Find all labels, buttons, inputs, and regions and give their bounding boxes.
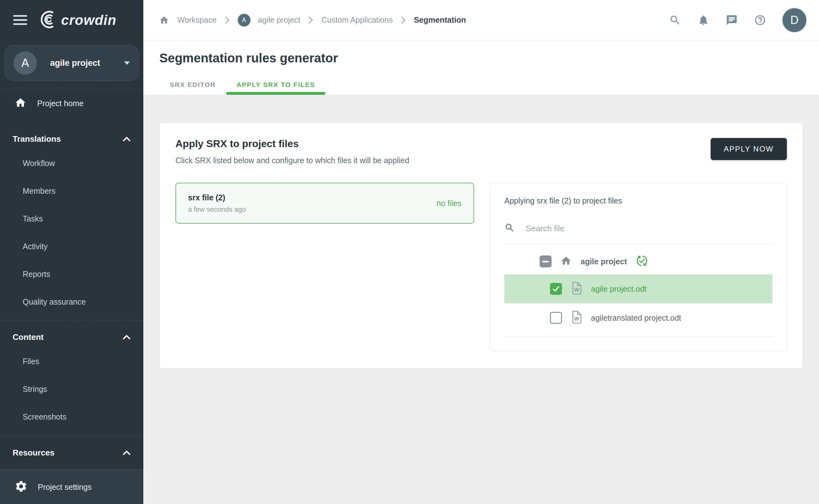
sidebar-item-screenshots[interactable]: Screenshots	[0, 403, 143, 431]
chevron-up-icon	[123, 335, 131, 340]
card-header: Apply SRX to project files Click SRX lis…	[175, 138, 787, 165]
chat-icon[interactable]	[726, 14, 738, 26]
sidebar-section-resources[interactable]: Resources	[0, 442, 143, 463]
sidebar-item-strings[interactable]: Strings	[0, 375, 143, 403]
breadcrumb-project-label: agile project	[258, 15, 301, 25]
root-checkbox-indeterminate[interactable]	[540, 255, 552, 267]
breadcrumb-project-avatar: A	[238, 14, 250, 26]
file-name: agile project.odt	[591, 284, 647, 294]
file-checkbox-unchecked[interactable]	[550, 312, 562, 324]
chevron-right-icon	[308, 16, 313, 24]
tree-root-row[interactable]: agile project	[504, 249, 772, 274]
section-label: Resources	[13, 448, 54, 458]
file-selection-panel: Applying srx file (2) to project files	[490, 183, 787, 351]
svg-text:W: W	[574, 287, 579, 293]
sidebar-item-project-settings[interactable]: Project settings	[0, 470, 143, 504]
apply-srx-card: Apply SRX to project files Click SRX lis…	[159, 123, 803, 369]
notifications-bell-icon[interactable]	[697, 14, 709, 26]
file-search	[504, 222, 772, 244]
sidebar-item-quality-assurance[interactable]: Quality assurance	[0, 288, 143, 316]
srx-file-updated: a few seconds ago	[188, 205, 246, 214]
home-icon	[560, 255, 572, 268]
tabs: SRX EDITOR APPLY SRX TO FILES	[159, 75, 803, 95]
search-icon[interactable]	[669, 14, 681, 26]
user-avatar[interactable]: D	[782, 8, 806, 32]
chevron-up-icon	[123, 450, 131, 455]
search-file-input[interactable]	[525, 223, 772, 234]
sidebar-section-translations[interactable]: Translations	[0, 129, 143, 149]
apply-now-button[interactable]: APPLY NOW	[711, 138, 787, 160]
chevron-up-icon	[123, 137, 131, 141]
sidebar-item-activity[interactable]: Activity	[0, 232, 143, 260]
file-tree: agile project	[504, 249, 772, 336]
sidebar-item-label: Project home	[37, 99, 83, 108]
breadcrumb-workspace[interactable]: Workspace	[177, 15, 217, 25]
gear-icon	[14, 480, 28, 494]
chevron-right-icon	[401, 16, 406, 24]
file-row-agile-project-odt[interactable]: W agile project.odt	[504, 274, 772, 303]
crowdin-wordmark: crowdin	[61, 12, 117, 28]
app-window: crowdin A agile project Project home Tra…	[0, 0, 819, 504]
sidebar-item-members[interactable]: Members	[0, 177, 143, 205]
tab-label: APPLY SRX TO FILES	[237, 81, 315, 89]
sidebar-divider	[0, 436, 143, 437]
file-row-agiletranslated-project-odt[interactable]: W agiletranslated project.odt	[504, 303, 772, 332]
sidebar-section-content[interactable]: Content	[0, 327, 143, 347]
breadcrumb: Workspace A agile project Custom Applica…	[159, 14, 466, 26]
crowdin-logo-mark-icon	[40, 11, 57, 30]
active-tab-underline	[226, 92, 325, 95]
section-label: Content	[13, 332, 43, 342]
content-area: Apply SRX to project files Click SRX lis…	[143, 95, 819, 504]
breadcrumb-home-icon[interactable]	[159, 15, 169, 25]
hamburger-menu-icon[interactable]	[13, 15, 27, 25]
tab-srx-editor[interactable]: SRX EDITOR	[159, 75, 226, 95]
sidebar-item-project-home[interactable]: Project home	[0, 89, 143, 117]
srx-file-badge: no files	[437, 199, 461, 208]
tab-label: SRX EDITOR	[170, 81, 216, 89]
project-switcher[interactable]: A agile project	[4, 45, 139, 81]
page-header: Segmentation rules generator SRX EDITOR …	[143, 40, 819, 95]
topbar-actions: D	[669, 8, 806, 32]
sidebar-item-tasks[interactable]: Tasks	[0, 205, 143, 232]
breadcrumb-project[interactable]: A agile project	[238, 14, 301, 26]
sidebar-item-files[interactable]: Files	[0, 347, 143, 375]
card-subheading: Click SRX listed below and configure to …	[175, 156, 409, 165]
card-body: srx file (2) a few seconds ago no files …	[175, 183, 787, 351]
breadcrumb-custom-applications[interactable]: Custom Applications	[321, 15, 393, 25]
sidebar-item-workflow[interactable]: Workflow	[0, 149, 143, 177]
crowdin-logo[interactable]: crowdin	[40, 11, 117, 30]
sidebar-header: crowdin	[0, 0, 143, 40]
chevron-right-icon	[225, 16, 230, 24]
project-switcher-name: agile project	[50, 58, 100, 68]
svg-text:W: W	[574, 316, 579, 322]
word-document-icon: W	[571, 282, 582, 296]
help-icon[interactable]	[754, 14, 766, 26]
chevron-down-icon	[124, 61, 130, 65]
tab-apply-srx-to-files[interactable]: APPLY SRX TO FILES	[226, 75, 325, 95]
project-avatar: A	[14, 51, 37, 75]
tree-root-name: agile project	[581, 257, 627, 266]
home-icon	[14, 97, 26, 110]
main-area: Workspace A agile project Custom Applica…	[143, 0, 819, 504]
word-document-icon: W	[571, 311, 582, 325]
tree-bottom-divider	[504, 336, 772, 336]
srx-file-item[interactable]: srx file (2) a few seconds ago no files	[175, 183, 474, 224]
card-heading: Apply SRX to project files	[175, 138, 409, 150]
topbar: Workspace A agile project Custom Applica…	[143, 0, 819, 40]
panel-heading: Applying srx file (2) to project files	[504, 196, 772, 205]
page-title: Segmentation rules generator	[159, 40, 803, 65]
sync-check-icon	[636, 255, 648, 268]
breadcrumb-current-segmentation: Segmentation	[414, 15, 466, 25]
section-label: Translations	[13, 134, 61, 144]
file-checkbox-checked[interactable]	[550, 283, 562, 295]
search-icon	[504, 222, 515, 234]
sidebar: crowdin A agile project Project home Tra…	[0, 0, 143, 504]
project-settings-label: Project settings	[38, 483, 92, 492]
srx-file-name: srx file (2)	[188, 193, 246, 202]
sidebar-item-reports[interactable]: Reports	[0, 260, 143, 288]
file-name: agiletranslated project.odt	[591, 313, 681, 323]
